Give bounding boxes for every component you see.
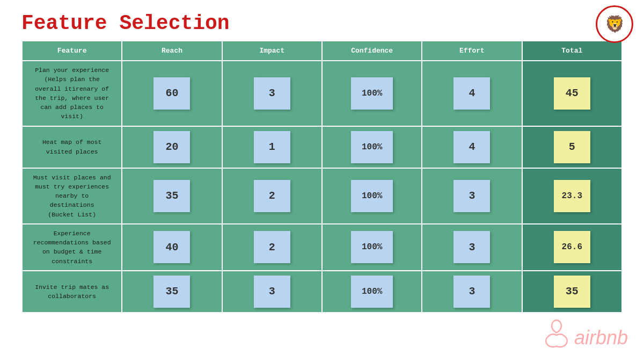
- sticky-note-effort: 3: [453, 180, 490, 212]
- col-header-feature: Feature: [22, 41, 122, 61]
- cell-total: 23.3: [522, 168, 622, 224]
- cell-reach: 35: [122, 271, 222, 313]
- cell-feature: Experience recommendations based on budg…: [22, 224, 122, 271]
- sticky-note-effort: 4: [453, 131, 490, 163]
- sticky-note-total: 45: [554, 77, 590, 110]
- cell-impact: 2: [222, 168, 322, 224]
- sticky-note-reach: 40: [153, 231, 190, 263]
- sticky-note-reach: 60: [153, 77, 190, 110]
- cell-effort: 3: [422, 224, 522, 271]
- cell-feature: Invite trip mates as collaborators: [22, 271, 122, 313]
- cell-total: 26.6: [522, 224, 622, 271]
- sticky-note-confidence: 100%: [351, 276, 393, 308]
- table-row: Plan your experience (Helps plan the ove…: [22, 61, 622, 126]
- sticky-note-total: 23.3: [554, 180, 590, 212]
- cell-effort: 3: [422, 168, 522, 224]
- cell-confidence: 100%: [322, 224, 422, 271]
- col-header-total: Total: [522, 41, 622, 61]
- col-header-effort: Effort: [422, 41, 522, 61]
- cell-effort: 4: [422, 126, 522, 168]
- sticky-note-total: 5: [554, 131, 590, 163]
- logo: 🦁: [596, 5, 633, 43]
- table-row: Heat map of most visited places201100%45: [22, 126, 622, 168]
- sticky-note-total: 26.6: [554, 231, 590, 263]
- cell-feature: Plan your experience (Helps plan the ove…: [22, 61, 122, 126]
- sticky-note-impact: 3: [254, 77, 290, 110]
- cell-confidence: 100%: [322, 168, 422, 224]
- sticky-note-impact: 3: [254, 276, 290, 308]
- cell-feature: Heat map of most visited places: [22, 126, 122, 168]
- airbnb-text: airbnb: [574, 327, 628, 349]
- sticky-note-total: 35: [554, 276, 590, 308]
- cell-reach: 35: [122, 168, 222, 224]
- sticky-note-reach: 20: [153, 131, 190, 163]
- cell-impact: 2: [222, 224, 322, 271]
- cell-effort: 3: [422, 271, 522, 313]
- sticky-note-confidence: 100%: [351, 180, 393, 212]
- sticky-note-confidence: 100%: [351, 131, 393, 163]
- sticky-note-impact: 2: [254, 180, 290, 212]
- sticky-note-reach: 35: [153, 276, 190, 308]
- cell-reach: 20: [122, 126, 222, 168]
- sticky-note-effort: 3: [453, 276, 490, 308]
- cell-total: 5: [522, 126, 622, 168]
- feature-table-wrapper: Feature Reach Impact Confidence Effort T…: [0, 40, 644, 313]
- col-header-confidence: Confidence: [322, 41, 422, 61]
- cell-confidence: 100%: [322, 61, 422, 126]
- cell-impact: 1: [222, 126, 322, 168]
- sticky-note-reach: 35: [153, 180, 190, 212]
- sticky-note-confidence: 100%: [351, 77, 393, 110]
- page-title: Feature Selection: [0, 0, 644, 40]
- col-header-impact: Impact: [222, 41, 322, 61]
- cell-total: 35: [522, 271, 622, 313]
- sticky-note-impact: 1: [254, 131, 290, 163]
- sticky-note-impact: 2: [254, 231, 290, 263]
- sticky-note-effort: 3: [453, 231, 490, 263]
- feature-table: Feature Reach Impact Confidence Effort T…: [21, 40, 623, 313]
- cell-confidence: 100%: [322, 271, 422, 313]
- table-row: Must visit places and must try experienc…: [22, 168, 622, 224]
- cell-reach: 60: [122, 61, 222, 126]
- table-row: Invite trip mates as collaborators353100…: [22, 271, 622, 313]
- cell-impact: 3: [222, 271, 322, 313]
- sticky-note-effort: 4: [453, 77, 490, 110]
- cell-total: 45: [522, 61, 622, 126]
- cell-confidence: 100%: [322, 126, 422, 168]
- cell-feature: Must visit places and must try experienc…: [22, 168, 122, 224]
- airbnb-icon: [543, 319, 570, 357]
- airbnb-logo: airbnb: [543, 319, 628, 357]
- cell-effort: 4: [422, 61, 522, 126]
- cell-reach: 40: [122, 224, 222, 271]
- table-row: Experience recommendations based on budg…: [22, 224, 622, 271]
- cell-impact: 3: [222, 61, 322, 126]
- sticky-note-confidence: 100%: [351, 231, 393, 263]
- col-header-reach: Reach: [122, 41, 222, 61]
